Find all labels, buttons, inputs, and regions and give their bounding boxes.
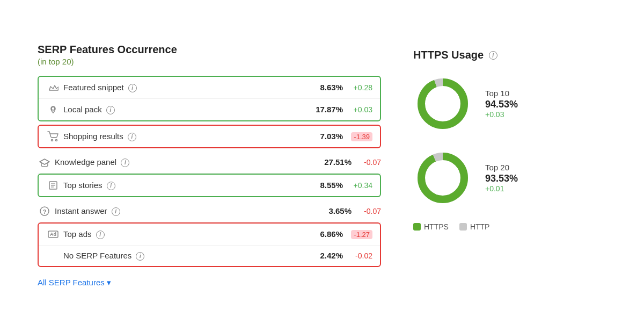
feature-change: +0.34 — [343, 181, 372, 190]
feature-info-icon[interactable]: i — [107, 182, 115, 190]
feature-change: +0.03 — [343, 105, 372, 114]
feature-pct: 2.42% — [308, 251, 343, 260]
https-info-icon[interactable]: i — [489, 51, 497, 60]
feature-name: Instant answer i — [52, 206, 317, 216]
feature-group-red-1: Shopping results i 7.03% -1.39 — [38, 125, 381, 148]
feature-name: Knowledge panel i — [52, 157, 317, 167]
donut-top20-info: Top 20 93.53% +0.01 — [485, 163, 518, 193]
feature-pct: 7.03% — [308, 132, 343, 141]
https-title-text: HTTPS Usage — [413, 49, 484, 61]
donut-top10-change: +0.03 — [485, 110, 518, 119]
svg-point-1 — [52, 139, 53, 141]
feature-info-icon[interactable]: i — [106, 106, 115, 114]
feature-icon-pin — [46, 104, 60, 115]
feature-group-red-5: Ad Top ads i 6.86% -1.27 No SERP Feature… — [38, 222, 381, 267]
feature-icon-question: ? — [38, 206, 52, 217]
feature-change: -1.27 — [343, 230, 372, 239]
all-serp-arrow-icon: ▾ — [107, 278, 111, 287]
donut-top10-info: Top 10 94.53% +0.03 — [485, 89, 518, 119]
feature-row: Top stories i 8.55% +0.34 — [39, 175, 380, 196]
feature-name: Local pack i — [60, 105, 308, 114]
feature-icon-ad: Ad — [46, 229, 60, 240]
all-serp-label: All SERP Features — [38, 278, 105, 287]
feature-pct: 8.55% — [308, 181, 343, 190]
feature-pct: 17.87% — [308, 105, 343, 114]
feature-name: Top stories i — [60, 181, 308, 190]
donut-top10-label: Top 10 — [485, 89, 518, 98]
feature-info-icon[interactable]: i — [128, 84, 137, 92]
svg-point-12 — [421, 82, 464, 125]
donut-top20-row: Top 20 93.53% +0.01 — [413, 148, 606, 207]
feature-change: -0.07 — [352, 207, 381, 215]
svg-point-15 — [421, 156, 464, 199]
feature-pct: 8.63% — [308, 83, 343, 92]
legend-https-dot — [413, 223, 421, 231]
feature-change: +0.28 — [343, 83, 372, 92]
serp-subtitle: (in top 20) — [38, 57, 381, 66]
donut-top10 — [413, 74, 472, 133]
feature-pct: 27.51% — [317, 157, 352, 167]
feature-change: -0.07 — [352, 158, 381, 167]
feature-row-plain: ? Instant answer i 3.65% -0.07 — [38, 200, 381, 222]
feature-list: Featured snippet i 8.63% +0.28 Local pac… — [38, 76, 381, 270]
feature-info-icon[interactable]: i — [128, 133, 136, 141]
https-title: HTTPS Usage i — [413, 49, 606, 61]
svg-text:Ad: Ad — [50, 232, 56, 237]
svg-text:?: ? — [43, 208, 47, 214]
feature-pct: 6.86% — [308, 229, 343, 239]
feature-row: Shopping results i 7.03% -1.39 — [39, 126, 380, 147]
svg-point-0 — [52, 107, 55, 110]
feature-row: Local pack i 17.87% +0.03 — [39, 99, 380, 120]
feature-icon-crown — [46, 82, 60, 93]
all-serp-link[interactable]: All SERP Features ▾ — [38, 278, 111, 287]
donut-top20-pct: 93.53% — [485, 173, 518, 184]
feature-info-icon[interactable]: i — [112, 207, 120, 216]
feature-icon-grad — [38, 157, 52, 168]
svg-point-2 — [56, 139, 57, 141]
feature-icon-cart — [46, 131, 60, 142]
serp-features-panel: SERP Features Occurrence (in top 20) Fea… — [38, 44, 381, 288]
https-legend: HTTPS HTTP — [413, 222, 606, 231]
feature-name: Shopping results i — [60, 132, 308, 141]
serp-title: SERP Features Occurrence — [38, 44, 381, 56]
feature-row: Featured snippet i 8.63% +0.28 — [39, 77, 380, 99]
main-container: SERP Features Occurrence (in top 20) Fea… — [27, 27, 617, 304]
legend-https-label: HTTPS — [424, 222, 449, 231]
feature-change: -1.39 — [343, 132, 372, 141]
legend-https: HTTPS — [413, 222, 449, 231]
feature-group-green-3: Top stories i 8.55% +0.34 — [38, 174, 381, 197]
feature-name: Featured snippet i — [60, 83, 308, 92]
legend-http-label: HTTP — [470, 222, 490, 231]
feature-name: Top ads i — [60, 229, 308, 239]
feature-change: -0.02 — [343, 251, 372, 260]
donut-top10-row: Top 10 94.53% +0.03 — [413, 74, 606, 133]
feature-row: Ad Top ads i 6.86% -1.27 — [39, 224, 380, 246]
donut-top10-pct: 94.53% — [485, 99, 518, 110]
donut-top20 — [413, 148, 472, 207]
legend-http-dot — [459, 223, 467, 231]
legend-http: HTTP — [459, 222, 490, 231]
feature-group-green-0: Featured snippet i 8.63% +0.28 Local pac… — [38, 76, 381, 121]
donut-top20-svg — [413, 148, 472, 207]
feature-pct: 3.65% — [317, 206, 352, 215]
donut-top20-label: Top 20 — [485, 163, 518, 172]
https-panel: HTTPS Usage i Top 10 94.53% +0.03 — [413, 44, 606, 231]
donut-top20-change: +0.01 — [485, 184, 518, 193]
feature-icon-news — [46, 180, 60, 191]
donut-top10-svg — [413, 74, 472, 133]
feature-row-plain: Knowledge panel i 27.51% -0.07 — [38, 152, 381, 174]
feature-info-icon[interactable]: i — [96, 231, 105, 239]
feature-row: No SERP Features i 2.42% -0.02 — [39, 246, 380, 266]
feature-info-icon[interactable]: i — [136, 252, 144, 261]
feature-name: No SERP Features i — [60, 251, 308, 261]
feature-info-icon[interactable]: i — [121, 159, 129, 167]
